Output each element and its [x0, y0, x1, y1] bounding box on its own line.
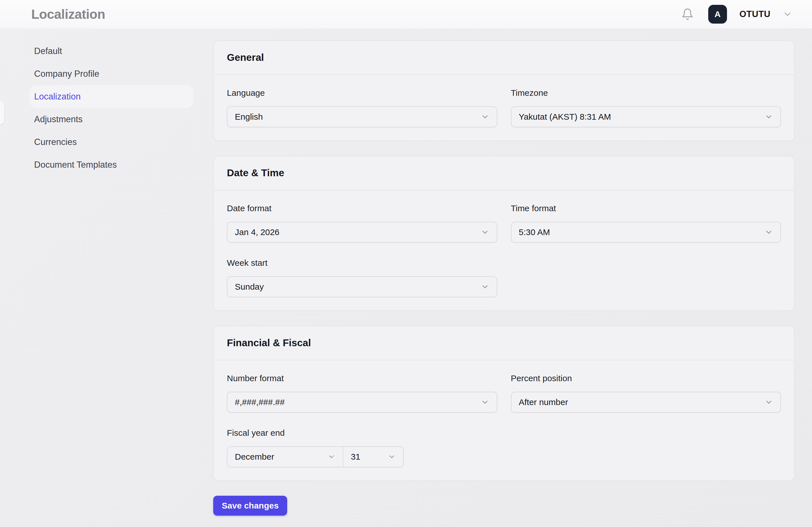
time-format-select[interactable]: 5:30 AM	[511, 222, 781, 243]
sidebar-item-label: Currencies	[34, 137, 77, 147]
general-card: General Language English Timezone Yakuta…	[213, 40, 795, 141]
date-format-select-value: Jan 4, 2026	[235, 228, 279, 237]
settings-sidebar: Default Company Profile Localization Adj…	[0, 28, 213, 516]
general-card-header: General	[214, 41, 794, 74]
date-time-card-header: Date & Time	[214, 156, 794, 190]
page-title: Localization	[31, 6, 105, 22]
chevron-down-icon	[765, 228, 773, 236]
sidebar-item-currencies[interactable]: Currencies	[30, 131, 193, 153]
financial-fiscal-card-header: Financial & Fiscal	[214, 326, 794, 360]
fiscal-month-select-value: December	[235, 452, 274, 462]
timezone-field: Timezone Yakutat (AKST) 8:31 AM	[511, 88, 781, 127]
percent-position-field: Percent position After number	[511, 374, 781, 413]
chevron-down-icon	[765, 398, 773, 407]
percent-position-select[interactable]: After number	[511, 392, 781, 413]
time-format-select-value: 5:30 AM	[519, 228, 550, 237]
settings-main: General Language English Timezone Yakuta…	[213, 28, 812, 516]
fiscal-year-end-field: Fiscal year end December 31	[227, 428, 497, 467]
date-format-select[interactable]: Jan 4, 2026	[227, 222, 497, 243]
sidebar-item-adjustments[interactable]: Adjustments	[30, 108, 193, 131]
sidebar-item-label: Default	[34, 46, 62, 56]
fiscal-year-end-label: Fiscal year end	[227, 428, 497, 438]
user-menu-chevron-down-icon[interactable]	[782, 9, 793, 19]
notifications-bell-icon[interactable]	[681, 8, 694, 21]
financial-fiscal-card: Financial & Fiscal Number format #,###,#…	[213, 326, 795, 481]
number-format-select[interactable]: #,###,###.##	[227, 392, 497, 413]
save-changes-button[interactable]: Save changes	[213, 496, 287, 516]
date-time-card-title: Date & Time	[227, 167, 781, 178]
language-field: Language English	[227, 88, 497, 127]
user-avatar[interactable]: A	[708, 5, 727, 24]
header-actions: A OTUTU	[681, 5, 793, 24]
timezone-label: Timezone	[511, 88, 781, 98]
sidebar-item-default[interactable]: Default	[30, 40, 193, 62]
financial-fiscal-card-body: Number format #,###,###.## Percent posit…	[214, 360, 794, 480]
fiscal-year-end-group: December 31	[227, 446, 404, 467]
language-select-value: English	[235, 112, 263, 122]
content-area: Default Company Profile Localization Adj…	[0, 28, 812, 516]
sidebar-item-label: Adjustments	[34, 114, 83, 125]
time-format-field: Time format 5:30 AM	[511, 204, 781, 243]
chevron-down-icon	[388, 453, 396, 461]
fiscal-day-select[interactable]: 31	[344, 447, 403, 467]
fiscal-day-select-value: 31	[351, 452, 360, 462]
language-select[interactable]: English	[227, 106, 497, 127]
chevron-down-icon	[765, 113, 773, 121]
chevron-down-icon	[481, 113, 489, 121]
drawer-handle[interactable]	[0, 101, 4, 124]
chevron-down-icon	[481, 398, 489, 407]
timezone-select-value: Yakutat (AKST) 8:31 AM	[519, 112, 611, 122]
general-card-title: General	[227, 52, 781, 63]
date-format-field: Date format Jan 4, 2026	[227, 204, 497, 243]
timezone-select[interactable]: Yakutat (AKST) 8:31 AM	[511, 106, 781, 127]
date-time-card: Date & Time Date format Jan 4, 2026 Time…	[213, 156, 795, 311]
chevron-down-icon	[481, 228, 489, 236]
fiscal-month-select[interactable]: December	[228, 447, 343, 467]
sidebar-item-label: Document Templates	[34, 160, 117, 170]
week-start-label: Week start	[227, 258, 497, 268]
time-format-label: Time format	[511, 204, 781, 213]
number-format-select-value: #,###,###.##	[235, 397, 285, 407]
week-start-field: Week start Sunday	[227, 258, 497, 297]
week-start-select-value: Sunday	[235, 282, 264, 292]
chevron-down-icon	[328, 453, 335, 461]
sidebar-item-company-profile[interactable]: Company Profile	[30, 62, 193, 85]
percent-position-select-value: After number	[519, 397, 568, 407]
chevron-down-icon	[481, 282, 489, 291]
language-label: Language	[227, 88, 497, 98]
sidebar-item-localization[interactable]: Localization	[30, 85, 193, 108]
date-time-card-body: Date format Jan 4, 2026 Time format 5:30…	[214, 190, 794, 310]
sidebar-item-label: Company Profile	[34, 69, 99, 79]
date-format-label: Date format	[227, 204, 497, 213]
user-name[interactable]: OTUTU	[740, 9, 770, 19]
number-format-label: Number format	[227, 374, 497, 383]
week-start-select[interactable]: Sunday	[227, 276, 497, 297]
sidebar-item-document-templates[interactable]: Document Templates	[30, 153, 193, 176]
general-card-body: Language English Timezone Yakutat (AKST)…	[214, 74, 794, 141]
top-header: Localization A OTUTU	[0, 0, 812, 28]
number-format-field: Number format #,###,###.##	[227, 374, 497, 413]
sidebar-item-label: Localization	[34, 91, 81, 102]
financial-fiscal-card-title: Financial & Fiscal	[227, 337, 781, 349]
percent-position-label: Percent position	[511, 374, 781, 383]
